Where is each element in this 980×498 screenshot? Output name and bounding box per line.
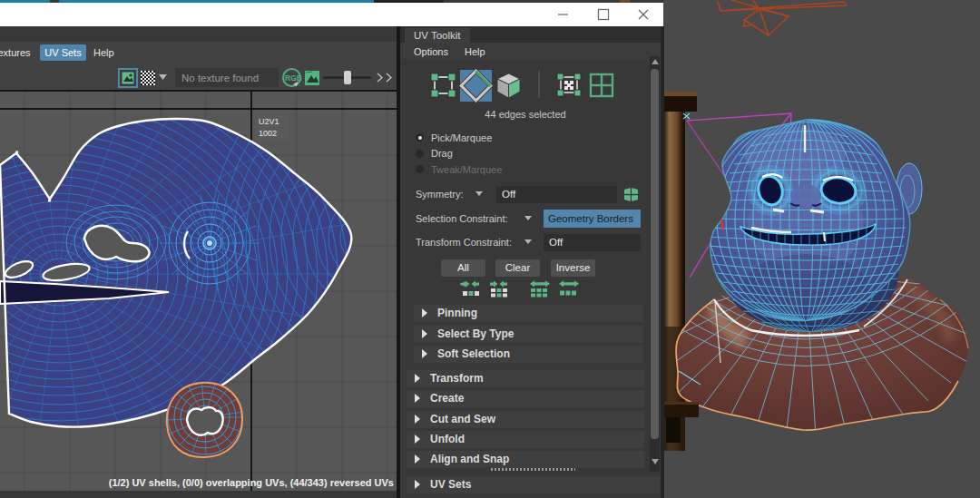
svg-text:No texture found: No texture found bbox=[181, 73, 259, 83]
svg-text:RGB: RGB bbox=[285, 73, 302, 83]
